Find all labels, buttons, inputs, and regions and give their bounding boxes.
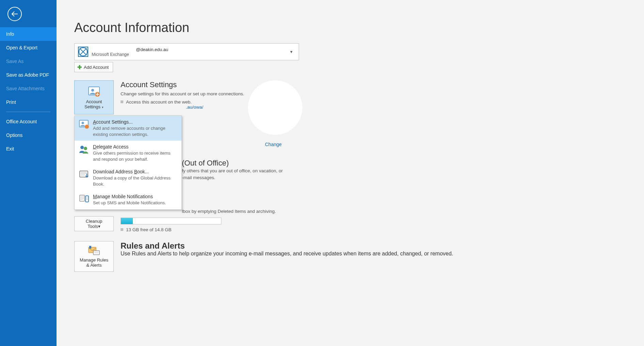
account-selector-text: @deakin.edu.au Microsoft Exchange — [92, 47, 289, 57]
exchange-icon — [78, 47, 88, 57]
svg-rect-12 — [86, 197, 88, 200]
svg-point-5 — [82, 122, 84, 124]
dd-desc: Give others permission to receive items … — [93, 150, 175, 162]
svg-point-8 — [84, 147, 87, 150]
dd-title: Manage Mobile Notifications — [93, 194, 166, 199]
account-type: Microsoft Exchange — [92, 52, 289, 57]
sidebar-item-office-account[interactable]: Office Account — [0, 115, 57, 128]
account-settings-section: Account Settings▾ Account Settings Chang… — [74, 80, 644, 114]
account-settings-desc: Change settings for this account or set … — [121, 91, 244, 97]
dd-desc: Add and remove accounts or change existi… — [93, 125, 175, 137]
sidebar-item-save-as: Save As — [0, 54, 57, 68]
sidebar-item-exit[interactable]: Exit — [0, 142, 57, 156]
account-selector[interactable]: @deakin.edu.au Microsoft Exchange ▼ — [74, 43, 299, 60]
out-of-office-fragment: (Out of Office) fy others that you are o… — [182, 159, 644, 181]
svg-rect-14 — [93, 251, 99, 255]
mailbox-desc-fragment: lbox by emptying Deleted Items and archi… — [182, 208, 644, 215]
dd-title: Account Settings... — [93, 119, 175, 125]
svg-point-2 — [91, 89, 94, 92]
account-email: @deakin.edu.au — [92, 47, 289, 52]
mobile-notifications-icon — [79, 194, 90, 204]
backstage-sidebar: Info Open & Export Save As Save as Adobe… — [0, 0, 57, 346]
account-photo-placeholder — [248, 80, 302, 135]
dd-item-account-settings[interactable]: Account Settings... Add and remove accou… — [75, 116, 182, 141]
rules-alerts-icon — [87, 245, 101, 256]
dd-desc: Download a copy of the Global Address Bo… — [93, 175, 175, 187]
ooo-heading-fragment: (Out of Office) — [182, 159, 644, 168]
mailbox-usage-fill — [121, 218, 133, 224]
sidebar-item-info[interactable]: Info — [0, 27, 57, 41]
rules-heading: Rules and Alerts — [121, 241, 453, 251]
account-settings-heading: Account Settings — [121, 80, 244, 89]
dropdown-caret-icon: ▼ — [289, 50, 293, 54]
mailbox-cleanup-section: Cleanup Tools▾ 13 GB free of 14.8 GB — [74, 216, 644, 232]
add-account-label: Add Account — [84, 65, 109, 70]
sidebar-separator — [6, 112, 50, 112]
svg-rect-10 — [80, 195, 84, 201]
ooo-line2: -mail messages. — [182, 174, 644, 181]
svg-rect-15 — [89, 246, 91, 249]
sidebar-item-print[interactable]: Print — [0, 95, 57, 109]
svg-point-7 — [80, 146, 84, 149]
account-settings-button[interactable]: Account Settings▾ — [74, 80, 114, 114]
account-settings-dropdown: Account Settings... Add and remove accou… — [74, 115, 182, 210]
dd-title: Delegate Access — [93, 144, 175, 150]
back-button[interactable] — [7, 7, 22, 21]
dd-desc: Set up SMS and Mobile Notifications. — [93, 200, 166, 206]
dd-item-delegate-access[interactable]: Delegate Access Give others permission t… — [75, 141, 182, 166]
bullet-icon — [121, 100, 123, 103]
sidebar-item-save-attachments: Save Attachments — [0, 82, 57, 95]
owa-link-fragment[interactable]: .au/owa/ — [186, 105, 244, 110]
mailbox-text-col: 13 GB free of 14.8 GB — [121, 216, 221, 232]
backstage-main: Account Information @deakin.edu.au Micro… — [57, 0, 644, 346]
page-title: Account Information — [74, 20, 644, 35]
download-address-book-icon — [79, 169, 90, 179]
dd-item-download-address-book[interactable]: Download Address Book... Download a copy… — [75, 166, 182, 190]
dd-title: Download Address Book... — [93, 169, 175, 174]
delegate-access-icon — [79, 144, 90, 154]
account-settings-text: Account Settings Change settings for thi… — [121, 80, 244, 110]
account-settings-bullet: Access this account on the web. — [126, 99, 192, 105]
ooo-line1: fy others that you are out of office, on… — [182, 168, 644, 174]
account-settings-small-icon — [79, 119, 90, 129]
bullet-icon — [121, 228, 123, 231]
manage-rules-label: Manage Rules & Alerts — [80, 257, 108, 268]
storage-text: 13 GB free of 14.8 GB — [126, 227, 172, 232]
rules-desc: Use Rules and Alerts to help organize yo… — [121, 251, 453, 257]
add-account-button[interactable]: ✚ Add Account — [74, 62, 113, 72]
dd-item-manage-mobile-notifications[interactable]: Manage Mobile Notifications Set up SMS a… — [75, 190, 182, 209]
manage-rules-alerts-button[interactable]: Manage Rules & Alerts — [74, 241, 114, 272]
rules-text-col: Rules and Alerts Use Rules and Alerts to… — [121, 241, 453, 257]
mailbox-usage-bar — [121, 218, 221, 224]
cleanup-tools-label: Cleanup Tools▾ — [86, 219, 102, 229]
cleanup-tools-button[interactable]: Cleanup Tools▾ — [74, 216, 114, 231]
change-photo-link[interactable]: Change — [265, 142, 282, 147]
svg-point-6 — [85, 125, 89, 129]
sidebar-item-options[interactable]: Options — [0, 128, 57, 142]
sidebar-item-save-adobe-pdf[interactable]: Save as Adobe PDF — [0, 68, 57, 82]
sidebar-item-open-export[interactable]: Open & Export — [0, 41, 57, 54]
account-settings-bullet-row: Access this account on the web. — [121, 99, 244, 105]
account-settings-icon — [87, 85, 101, 98]
plus-icon: ✚ — [77, 64, 82, 70]
account-settings-button-label: Account Settings▾ — [84, 99, 104, 109]
rules-alerts-section: Manage Rules & Alerts Rules and Alerts U… — [74, 241, 644, 272]
